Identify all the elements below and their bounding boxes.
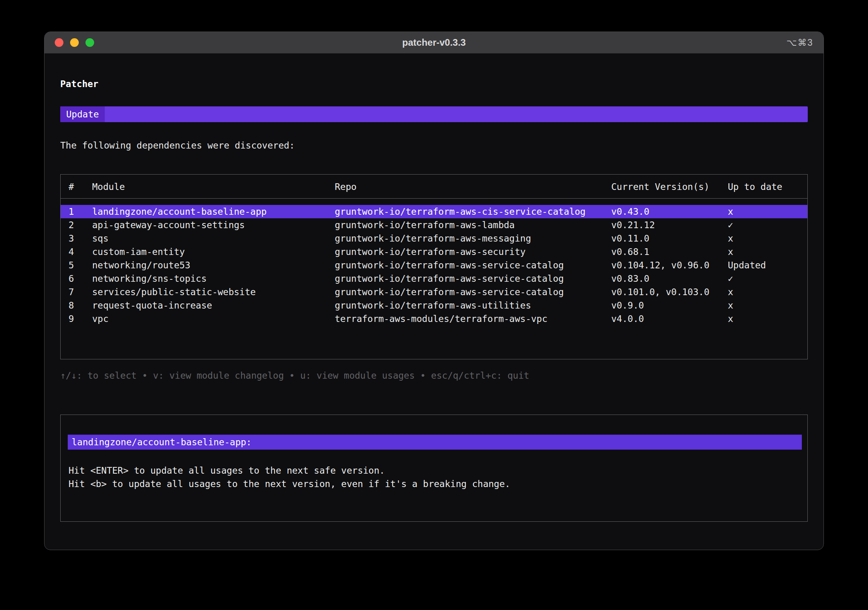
cell-version: v0.104.12, v0.96.0 (611, 259, 728, 272)
table-header: # Module Repo Current Version(s) Up to d… (61, 175, 807, 199)
cell-repo: gruntwork-io/terraform-aws-security (335, 245, 611, 259)
table-row[interactable]: 5networking/route53gruntwork-io/terrafor… (61, 259, 807, 272)
cell-repo: gruntwork-io/terraform-aws-messaging (335, 232, 611, 245)
table-body: 1landingzone/account-baseline-appgruntwo… (61, 205, 807, 325)
keybinding-help-bar: ↑/↓: to select • v: view module changelo… (60, 370, 808, 381)
cell-version: v0.43.0 (611, 205, 728, 218)
cell-status: Updated (728, 259, 799, 272)
tab-update[interactable]: Update (60, 106, 105, 122)
cell-num: 3 (69, 232, 92, 245)
cell-version: v0.9.0 (611, 299, 728, 312)
cell-module: sqs (92, 232, 335, 245)
cell-status: x (728, 232, 799, 245)
table-row[interactable]: 9vpcterraform-aws-modules/terraform-aws-… (61, 312, 807, 325)
cell-version: v4.0.0 (611, 312, 728, 325)
header-number: # (69, 182, 92, 192)
cell-module: custom-iam-entity (92, 245, 335, 259)
cell-status: ✓ (728, 272, 799, 285)
zoom-window-button[interactable] (85, 38, 94, 47)
detail-instruction-breaking: Hit <b> to update all usages to the next… (69, 477, 799, 491)
header-up-to-date: Up to date (728, 182, 799, 192)
table-row[interactable]: 1landingzone/account-baseline-appgruntwo… (61, 205, 807, 218)
detail-instruction-enter: Hit <ENTER> to update all usages to the … (69, 464, 799, 477)
window-shortcut-badge: ⌥⌘3 (786, 32, 813, 53)
intro-text: The following dependencies were discover… (60, 140, 808, 151)
cell-module: api-gateway-account-settings (92, 218, 335, 232)
cell-status: x (728, 299, 799, 312)
cell-repo: gruntwork-io/terraform-aws-cis-service-c… (335, 205, 611, 218)
traffic-lights (55, 32, 94, 53)
table-row[interactable]: 3sqsgruntwork-io/terraform-aws-messaging… (61, 232, 807, 245)
cell-status: x (728, 312, 799, 325)
table-row[interactable]: 2api-gateway-account-settingsgruntwork-i… (61, 218, 807, 232)
cell-repo: gruntwork-io/terraform-aws-service-catal… (335, 259, 611, 272)
cell-version: v0.21.12 (611, 218, 728, 232)
cell-version: v0.101.0, v0.103.0 (611, 285, 728, 299)
cell-repo: terraform-aws-modules/terraform-aws-vpc (335, 312, 611, 325)
detail-panel: landingzone/account-baseline-app: Hit <E… (60, 415, 808, 522)
cell-module: services/public-static-website (92, 285, 335, 299)
header-current-versions: Current Version(s) (611, 182, 728, 192)
cell-repo: gruntwork-io/terraform-aws-service-catal… (335, 285, 611, 299)
cell-num: 6 (69, 272, 92, 285)
cell-module: networking/sns-topics (92, 272, 335, 285)
detail-instructions: Hit <ENTER> to update all usages to the … (69, 464, 799, 491)
cell-status: x (728, 285, 799, 299)
cell-repo: gruntwork-io/terraform-aws-service-catal… (335, 272, 611, 285)
cell-repo: gruntwork-io/terraform-aws-lambda (335, 218, 611, 232)
window-titlebar: patcher-v0.3.3 ⌥⌘3 (45, 32, 823, 54)
cell-status: ✓ (728, 218, 799, 232)
cell-num: 2 (69, 218, 92, 232)
header-module: Module (92, 182, 335, 192)
table-row[interactable]: 4custom-iam-entitygruntwork-io/terraform… (61, 245, 807, 259)
cell-status: x (728, 245, 799, 259)
table-row[interactable]: 8request-quota-increasegruntwork-io/terr… (61, 299, 807, 312)
cell-num: 8 (69, 299, 92, 312)
cell-module: landingzone/account-baseline-app (92, 205, 335, 218)
cell-num: 9 (69, 312, 92, 325)
cell-repo: gruntwork-io/terraform-aws-utilities (335, 299, 611, 312)
cell-module: vpc (92, 312, 335, 325)
detail-selected-module-title: landingzone/account-baseline-app: (68, 435, 802, 450)
header-repo: Repo (335, 182, 611, 192)
minimize-window-button[interactable] (70, 38, 79, 47)
tab-bar: Update (60, 106, 808, 122)
app-heading: Patcher (60, 79, 808, 89)
cell-status: x (728, 205, 799, 218)
cell-num: 4 (69, 245, 92, 259)
cell-module: request-quota-increase (92, 299, 335, 312)
terminal-window: patcher-v0.3.3 ⌥⌘3 Patcher Update The fo… (44, 32, 824, 550)
window-title: patcher-v0.3.3 (45, 37, 823, 48)
cell-num: 1 (69, 205, 92, 218)
table-row[interactable]: 7services/public-static-websitegruntwork… (61, 285, 807, 299)
cell-version: v0.83.0 (611, 272, 728, 285)
cell-num: 7 (69, 285, 92, 299)
close-window-button[interactable] (55, 38, 63, 47)
terminal-content: Patcher Update The following dependencie… (45, 54, 823, 522)
cell-version: v0.68.1 (611, 245, 728, 259)
table-row[interactable]: 6networking/sns-topicsgruntwork-io/terra… (61, 272, 807, 285)
cell-num: 5 (69, 259, 92, 272)
dependencies-table: # Module Repo Current Version(s) Up to d… (60, 174, 808, 359)
cell-module: networking/route53 (92, 259, 335, 272)
cell-version: v0.11.0 (611, 232, 728, 245)
